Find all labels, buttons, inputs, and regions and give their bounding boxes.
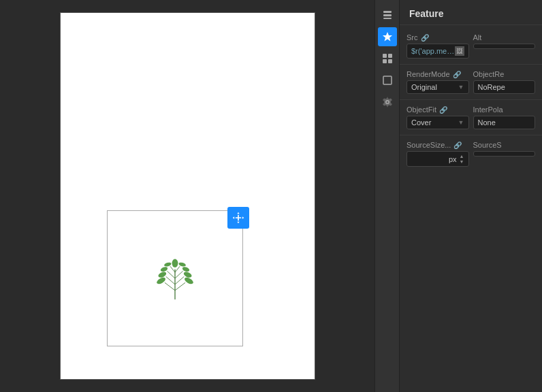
svg-rect-24	[383, 59, 387, 63]
svg-line-2	[165, 276, 174, 284]
svg-point-10	[157, 271, 167, 279]
spinner-down[interactable]: ▼	[460, 159, 464, 164]
rendermode-arrow: ▼	[458, 84, 464, 91]
svg-marker-21	[383, 32, 392, 42]
objectfit-col: ObjectFit 🔗 Cover ▼	[406, 105, 469, 129]
rendermode-select[interactable]: Original ▼	[406, 80, 469, 94]
alt-col: Alt	[473, 33, 536, 49]
objectfit-select[interactable]: Cover ▼	[406, 116, 469, 129]
svg-line-6	[175, 276, 184, 284]
rendermode-label: RenderMode 🔗	[406, 70, 469, 78]
sourcesize-px-input[interactable]: px ▲ ▼	[406, 151, 469, 167]
rendermode-col: RenderMode 🔗 Original ▼	[406, 70, 469, 94]
sourcesize-row: SourceSize... 🔗 px ▲ ▼ SourceS	[400, 138, 542, 169]
objectrepeat-col: ObjectRe NoRepe	[473, 70, 536, 94]
leaf-image	[151, 251, 199, 306]
panel-title: Feature	[400, 0, 542, 25]
svg-rect-26	[383, 76, 392, 84]
canvas-area	[0, 0, 374, 392]
svg-line-7	[175, 271, 183, 278]
svg-rect-19	[383, 14, 392, 16]
objectrepeat-select[interactable]: NoRepe	[473, 80, 536, 94]
sources-col: SourceS	[473, 141, 536, 157]
component-icon[interactable]	[378, 49, 397, 68]
objectfit-arrow: ▼	[458, 119, 464, 126]
svg-rect-20	[383, 18, 392, 19]
objectfit-label: ObjectFit 🔗	[406, 105, 469, 114]
svg-point-11	[159, 266, 168, 272]
spinner-up[interactable]: ▲	[460, 154, 464, 159]
svg-line-5	[175, 282, 185, 291]
svg-line-3	[167, 271, 175, 278]
panel-content: Src 🔗 $r('app.media 🖼 Alt RenderMod	[400, 25, 542, 392]
divider-3	[400, 135, 542, 135]
sources-select[interactable]	[473, 151, 536, 157]
icon-toolbar	[374, 0, 399, 392]
move-handle[interactable]	[227, 207, 249, 229]
svg-point-9	[155, 276, 166, 285]
right-panel: Feature Src 🔗 $r('app.media 🖼 Alt	[399, 0, 542, 392]
divider-2	[400, 99, 542, 100]
svg-rect-18	[383, 11, 392, 13]
sourcesize-col: SourceSize... 🔗 px ▲ ▼	[406, 141, 469, 167]
page-frame	[60, 12, 315, 380]
sources-label: SourceS	[473, 141, 536, 149]
alt-label: Alt	[473, 33, 536, 42]
src-link-icon: 🔗	[421, 34, 429, 42]
interpolation-select[interactable]: None	[473, 116, 536, 129]
src-alt-row: Src 🔗 $r('app.media 🖼 Alt	[400, 31, 542, 61]
svg-point-14	[182, 271, 192, 279]
src-col: Src 🔗 $r('app.media 🖼	[406, 33, 469, 59]
sourcesize-label: SourceSize... 🔗	[406, 141, 469, 149]
svg-rect-22	[383, 54, 387, 58]
rendermode-link-icon: 🔗	[453, 71, 461, 78]
interpolation-label: InterPola	[473, 105, 536, 114]
svg-point-15	[181, 266, 189, 272]
star-icon[interactable]	[378, 27, 397, 46]
alt-input[interactable]	[473, 44, 536, 49]
src-label: Src 🔗	[406, 33, 469, 42]
gear-icon[interactable]	[378, 93, 397, 112]
move-icon	[232, 211, 245, 225]
svg-point-17	[172, 259, 178, 267]
px-spinner[interactable]: ▲ ▼	[460, 154, 464, 164]
layers-icon[interactable]	[378, 5, 397, 24]
divider-1	[400, 64, 542, 65]
image-component	[107, 210, 243, 346]
interpolation-col: InterPola None	[473, 105, 536, 129]
svg-rect-25	[388, 59, 392, 63]
svg-rect-23	[388, 54, 392, 58]
objectrepeat-label: ObjectRe	[473, 70, 536, 78]
svg-line-1	[164, 282, 174, 291]
src-input[interactable]: $r('app.media 🖼	[406, 44, 469, 59]
sourcesize-link-icon: 🔗	[453, 142, 462, 149]
objectfit-row: ObjectFit 🔗 Cover ▼ InterPola None	[400, 103, 542, 132]
objectfit-link-icon: 🔗	[439, 106, 447, 114]
svg-point-13	[183, 276, 194, 285]
rendermode-row: RenderMode 🔗 Original ▼ ObjectRe NoRepe	[400, 67, 542, 97]
square-icon[interactable]	[378, 71, 397, 90]
image-picker-icon[interactable]: 🖼	[455, 46, 464, 56]
